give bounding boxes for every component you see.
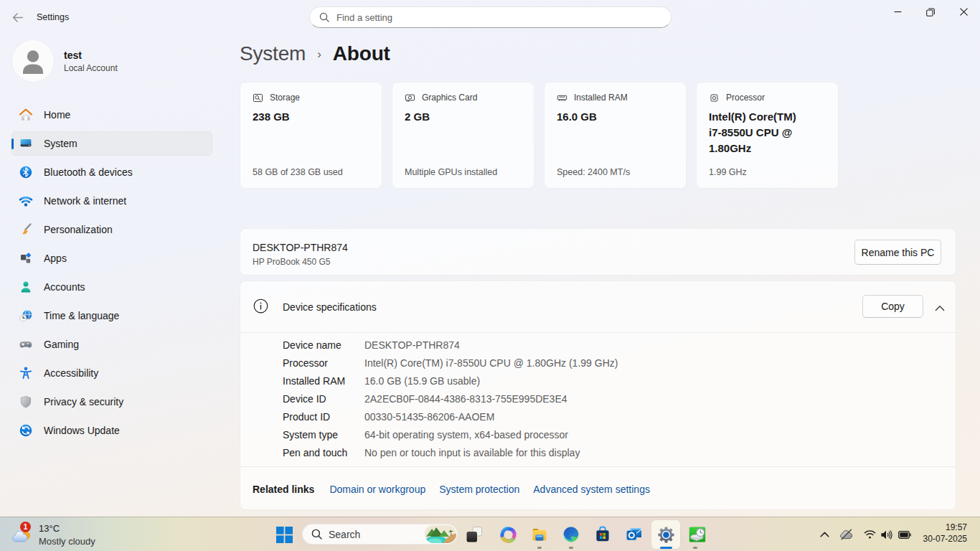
sidebar-item-home[interactable]: Home xyxy=(11,103,212,127)
sidebar-item-label: Accounts xyxy=(44,281,85,293)
sidebar-item-label: Home xyxy=(44,109,70,121)
spec-row-device-id: Device ID 2A2ECB0F-0844-4386-8313-755E99… xyxy=(283,390,618,408)
breadcrumb-separator-icon: › xyxy=(317,47,321,62)
tray-show-hidden-icons[interactable] xyxy=(816,520,833,549)
copilot-icon xyxy=(500,527,517,543)
user-account-type: Local Account xyxy=(64,63,118,73)
edge-running-indicator xyxy=(569,547,573,549)
restore-button[interactable] xyxy=(914,0,947,24)
settings-search-input[interactable]: Find a setting xyxy=(309,6,672,28)
volume-tray-button[interactable] xyxy=(877,520,896,549)
taskbar-clock[interactable]: 19:57 30-07-2025 xyxy=(923,522,967,545)
collapse-expander[interactable] xyxy=(935,301,948,311)
sidebar-item-label: Windows Update xyxy=(44,425,120,436)
sidebar-item-time-language[interactable]: Time & language xyxy=(11,303,212,328)
start-button[interactable] xyxy=(270,520,298,549)
card-subtitle: Multiple GPUs installed xyxy=(405,167,497,177)
task-view-button[interactable] xyxy=(460,520,489,549)
graphics-card-icon xyxy=(405,93,415,103)
avatar xyxy=(12,40,54,82)
titlebar: Settings Find a setting xyxy=(0,0,980,34)
onedrive-paused-icon xyxy=(839,529,854,540)
spec-label: Product ID xyxy=(283,411,364,423)
sidebar-item-system[interactable]: System xyxy=(11,131,212,156)
back-button[interactable] xyxy=(6,6,29,28)
close-icon xyxy=(960,8,968,16)
spec-rows: Device name DESKTOP-PTHR874 Processor In… xyxy=(283,336,618,461)
sidebar-item-label: Gaming xyxy=(44,339,79,350)
user-name: test xyxy=(64,50,118,61)
sidebar-item-label: Time & language xyxy=(44,310,119,321)
accessibility-icon xyxy=(19,366,33,380)
link-system-protection[interactable]: System protection xyxy=(439,484,519,495)
sidebar-item-network-internet[interactable]: Network & internet xyxy=(11,189,212,213)
speaker-icon xyxy=(880,529,893,540)
graphics-card-card[interactable]: Graphics Card 2 GB Multiple GPUs install… xyxy=(392,82,534,189)
spec-value: 16.0 GB (15.9 GB usable) xyxy=(364,375,480,387)
sidebar-item-label: System xyxy=(44,138,77,149)
spec-label: System type xyxy=(283,429,364,441)
spec-label: Processor xyxy=(283,357,364,369)
system-icon xyxy=(19,136,33,151)
storage-card[interactable]: Storage 238 GB 58 GB of 238 GB used xyxy=(240,82,382,189)
disk-utility-running-indicator xyxy=(693,547,697,549)
taskbar: 1 13°C Mostly cloudy Search xyxy=(0,517,980,551)
sidebar-item-gaming[interactable]: Gaming xyxy=(11,332,212,357)
link-domain-or-workgroup[interactable]: Domain or workgroup xyxy=(329,484,425,495)
sidebar-item-accounts[interactable]: Accounts xyxy=(11,275,212,299)
weather-condition: Mostly cloudy xyxy=(39,536,95,547)
rename-pc-button[interactable]: Rename this PC xyxy=(854,240,941,265)
sidebar-item-accessibility[interactable]: Accessibility xyxy=(11,361,212,385)
battery-icon xyxy=(898,531,911,539)
gaming-icon xyxy=(19,337,33,352)
copy-button[interactable]: Copy xyxy=(862,295,923,318)
user-account[interactable]: test Local Account xyxy=(12,40,118,82)
device-model: HP ProBook 450 G5 xyxy=(253,257,348,267)
spec-row-installed-ram: Installed RAM 16.0 GB (15.9 GB usable) xyxy=(283,372,618,390)
file-explorer-running-indicator xyxy=(537,547,542,549)
apps-icon xyxy=(19,251,33,265)
sidebar-item-label: Personalization xyxy=(44,224,113,235)
sidebar-item-label: Accessibility xyxy=(44,367,98,379)
taskbar-search[interactable]: Search xyxy=(302,524,458,545)
sidebar-item-privacy-security[interactable]: Privacy & security xyxy=(11,390,212,414)
disk-utility-button[interactable] xyxy=(683,520,712,549)
storage-icon xyxy=(253,93,263,103)
sidebar-item-personalization[interactable]: Personalization xyxy=(11,217,212,242)
settings-window: Settings Find a setting xyxy=(0,0,980,517)
installed-ram-card[interactable]: Installed RAM 16.0 GB Speed: 2400 MT/s xyxy=(544,82,687,189)
battery-tray-button[interactable] xyxy=(895,520,914,549)
sidebar-item-windows-update[interactable]: Windows Update xyxy=(11,418,212,443)
copilot-button[interactable] xyxy=(494,520,522,549)
breadcrumb-system[interactable]: System xyxy=(240,42,306,65)
store-button[interactable] xyxy=(588,520,617,549)
sidebar-item-label: Privacy & security xyxy=(44,396,123,408)
edge-button[interactable] xyxy=(557,520,585,549)
settings-gear-icon xyxy=(657,526,675,544)
processor-card[interactable]: Processor Intel(R) Core(TM) i7-8550U CPU… xyxy=(696,82,839,189)
sidebar-item-label: Apps xyxy=(44,253,67,264)
minimize-button[interactable] xyxy=(881,0,914,24)
sidebar-item-apps[interactable]: Apps xyxy=(11,246,212,270)
spec-row-system-type: System type 64-bit operating system, x64… xyxy=(283,425,618,443)
file-explorer-button[interactable] xyxy=(525,520,554,549)
restore-icon xyxy=(926,8,935,17)
device-specifications-header[interactable]: Device specifications Copy xyxy=(240,281,956,332)
search-icon xyxy=(311,529,322,540)
settings-app-button[interactable] xyxy=(651,520,680,549)
spec-label: Installed RAM xyxy=(283,375,364,387)
clock-time: 19:57 xyxy=(923,522,967,534)
link-advanced-system-settings[interactable]: Advanced system settings xyxy=(533,484,650,495)
processor-icon xyxy=(709,93,720,103)
spec-label: Device name xyxy=(283,339,364,351)
weather-widget[interactable]: 1 13°C Mostly cloudy xyxy=(7,519,108,550)
spec-label: Pen and touch xyxy=(283,447,364,458)
related-links-row: Related links Domain or workgroup System… xyxy=(240,467,956,511)
close-button[interactable] xyxy=(947,0,980,24)
wifi-tray-button[interactable] xyxy=(861,520,878,549)
onedrive-tray-button[interactable] xyxy=(838,520,855,549)
outlook-button[interactable] xyxy=(620,520,649,549)
taskbar-search-label: Search xyxy=(329,529,360,540)
sidebar-item-bluetooth-devices[interactable]: Bluetooth & devices xyxy=(11,160,212,184)
device-name-card: DESKTOP-PTHR874 HP ProBook 450 G5 Rename… xyxy=(240,228,956,276)
